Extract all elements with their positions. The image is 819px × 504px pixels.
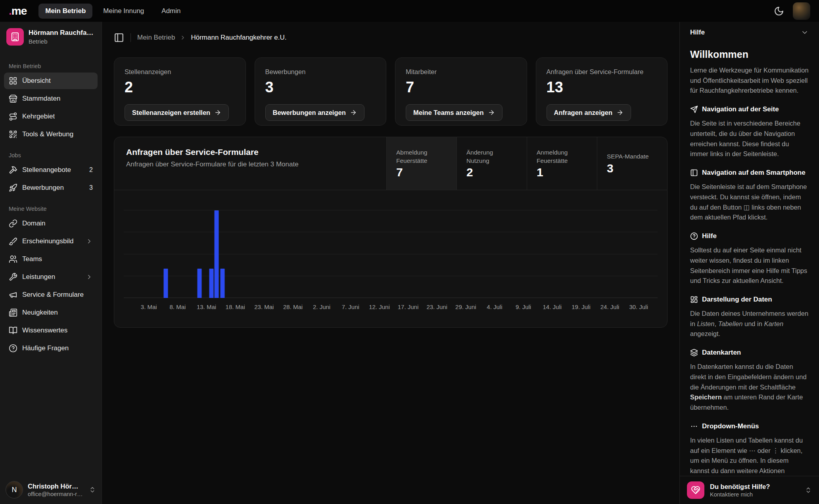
logo-text: me: [12, 5, 27, 17]
help-section-darstellung-der-daten: Darstellung der Daten Die Daten deines U…: [690, 296, 809, 339]
sidebar-section-jobs: Jobs Stellenangebote 2 Bewerbungen 3: [0, 152, 102, 196]
book-open-icon: [9, 326, 17, 335]
sidebar-toggle-panel-left-icon[interactable]: [114, 32, 124, 43]
company-meta: Hörmann Rauchfangkehre... Betrieb: [29, 29, 95, 45]
contact-support-button[interactable]: Du benötigst Hilfe? Kontaktiere mich: [680, 476, 819, 504]
sidebar-item-label: Stellenangebote: [22, 166, 71, 174]
sidebar-item-bewerbungen[interactable]: Bewerbungen 3: [4, 179, 98, 196]
chart-x-tick: 28. Mai: [283, 304, 303, 310]
users-icon: [9, 255, 17, 263]
sidebar-item-stammdaten[interactable]: Stammdaten: [4, 90, 98, 107]
chart-bar-12-mai: [198, 269, 202, 298]
user-menu[interactable]: N Christoph Hörmann B.A. office@hoermann…: [0, 475, 102, 504]
sidebar-item-häufige-fragen[interactable]: Häufige Fragen: [4, 340, 98, 357]
stat-card-label: Stellenanzeigen: [125, 68, 235, 76]
chart-tab-anmeldung-feuerstätte[interactable]: Anmeldung Feuerstätte 1: [527, 137, 597, 190]
panel-left-icon: [690, 169, 698, 177]
stat-card-value: 7: [406, 80, 516, 95]
sidebar-item-tools-werbung[interactable]: Tools & Werbung: [4, 126, 98, 143]
top-tab-meine-innung[interactable]: Meine Innung: [96, 4, 151, 19]
chart-x-tick: 13. Mai: [197, 304, 216, 310]
user-avatar-initial: N: [6, 481, 23, 498]
help-panel-header: Hilfe: [690, 22, 809, 43]
sidebar-item-label: Stammdaten: [22, 95, 60, 103]
chart-x-tick: 23. Mai: [254, 304, 274, 310]
user-email: office@hoermann-rfk.at: [28, 491, 84, 497]
megaphone-icon: [9, 290, 17, 299]
chart-x-tick: 14. Juli: [543, 304, 562, 310]
chart-baseline: [124, 298, 658, 298]
help-section-title-text: Datenkarten: [702, 349, 741, 357]
help-section-hilfe: Hilfe Solltest du auf einer Seite einmal…: [690, 232, 809, 286]
stat-card-button-bewerbungen-anzeigen[interactable]: Bewerbungen anzeigen: [265, 104, 364, 121]
help-section-dropdown-menüs: Dropdown-Menüs In vielen Listen und Tabe…: [690, 422, 809, 476]
layout-dashboard-icon: [690, 296, 698, 304]
chevrons-up-down-icon[interactable]: [89, 486, 96, 493]
stat-card-button-label: Stellenanzeigen erstellen: [132, 109, 210, 116]
help-section-text: Solltest du auf einer Seite einmal nicht…: [690, 245, 809, 286]
stat-card-mitarbeiter: Mitarbeiter 7 Meine Teams anzeigen: [395, 57, 527, 126]
breadcrumb-parent[interactable]: Mein Betrieb: [137, 34, 175, 42]
top-tab-mein-betrieb[interactable]: Mein Betrieb: [38, 4, 92, 19]
stat-cards-row: Stellenanzeigen 2 Stellenanzeigen erstel…: [114, 57, 667, 126]
chart-tab-abmeldung-feuerstätte[interactable]: Abmeldung Feuerstätte 7: [386, 137, 456, 190]
help-section-title: Darstellung der Daten: [690, 296, 809, 304]
sidebar-item-kehrgebiet[interactable]: Kehrgebiet: [4, 108, 98, 125]
chart-x-tick: 29. Juni: [455, 304, 476, 310]
stat-card-button-label: Meine Teams anzeigen: [413, 109, 484, 116]
help-section-text: Die Seite ist in verschiedene Bereiche u…: [690, 118, 809, 159]
circle-help-icon: [690, 232, 698, 240]
chevron-down-icon[interactable]: [801, 29, 809, 36]
top-tabs: Mein BetriebMeine InnungAdmin: [38, 4, 187, 19]
chart-tab-änderung-nutzung[interactable]: Änderung Nutzung 2: [456, 137, 527, 190]
help-section-title-text: Darstellung der Daten: [702, 296, 772, 304]
help-section-text: In vielen Listen und Tabellen kannst du …: [690, 435, 809, 476]
sidebar-item-badge: 3: [89, 184, 93, 191]
breadcrumb-divider: [130, 33, 131, 42]
app-logo[interactable]: .me: [9, 5, 27, 17]
company-switcher[interactable]: Hörmann Rauchfangkehre... Betrieb: [0, 22, 102, 51]
chart-tab-label: Abmeldung Feuerstätte: [396, 149, 447, 164]
arrow-right-icon: [616, 109, 623, 116]
help-section-text: Die Daten deines Unternehmens werden in …: [690, 309, 809, 339]
sidebar-item-label: Bewerbungen: [22, 184, 64, 192]
sidebar-item-service-formulare[interactable]: Service & Formulare: [4, 286, 98, 303]
sidebar-item-erscheinungsbild[interactable]: Erscheinungsbild: [4, 233, 98, 250]
stat-card-button-meine-teams-anzeigen[interactable]: Meine Teams anzeigen: [406, 104, 503, 121]
stat-card-anfragen-über-service-formulare: Anfragen über Service-Formulare 13 Anfra…: [536, 57, 668, 126]
sidebar-item-wissenswertes[interactable]: Wissenswertes: [4, 322, 98, 339]
arrow-right-icon: [214, 109, 221, 116]
chart-tab-label: Änderung Nutzung: [466, 149, 517, 164]
dark-mode-toggle-moon-icon[interactable]: [774, 6, 784, 16]
breadcrumb: Mein Betrieb Hörmann Rauchfangkehrer e.U…: [114, 22, 667, 51]
stat-card-button-stellenanzeigen-erstellen[interactable]: Stellenanzeigen erstellen: [125, 104, 229, 121]
help-section-navigation-auf-dem-smartphone: Navigation auf dem Smartphone Die Seiten…: [690, 169, 809, 223]
chart-x-tick: 23. Juni: [426, 304, 447, 310]
chart-plot-area: [124, 210, 658, 298]
sidebar-item-badge: 2: [89, 166, 93, 174]
sidebar-item-übersicht[interactable]: Übersicht: [4, 73, 98, 89]
chart-header: Anfragen über Service-Formulare Anfragen…: [114, 137, 667, 190]
circle-help-icon: [9, 344, 17, 353]
chart-tab-sepa-mandate[interactable]: SEPA-Mandate 3: [597, 137, 667, 190]
top-tab-admin[interactable]: Admin: [155, 4, 187, 19]
stat-card-value: 13: [547, 80, 657, 95]
sidebar-item-domain[interactable]: Domain: [4, 215, 98, 232]
brush-icon: [9, 237, 17, 246]
user-avatar[interactable]: [793, 2, 810, 20]
chart-tab-value: 1: [537, 166, 587, 178]
help-panel-title: Hilfe: [690, 29, 705, 36]
sidebar-item-label: Kehrgebiet: [22, 113, 55, 120]
sidebar-item-neuigkeiten[interactable]: Neuigkeiten: [4, 304, 98, 321]
sidebar-item-label: Übersicht: [22, 77, 51, 85]
sidebar-item-teams[interactable]: Teams: [4, 251, 98, 267]
stat-card-button-anfragen-anzeigen[interactable]: Anfragen anzeigen: [547, 104, 631, 121]
chevron-right-icon: [180, 34, 186, 41]
main-content: Mein Betrieb Hörmann Rauchfangkehrer e.U…: [102, 22, 679, 504]
help-section-title: Navigation auf der Seite: [690, 105, 809, 113]
sidebar-item-leistungen[interactable]: Leistungen: [4, 269, 98, 285]
user-meta: Christoph Hörmann B.A. office@hoermann-r…: [28, 483, 84, 497]
chart-tab-label: SEPA-Mandate: [607, 153, 658, 160]
help-section-title: Hilfe: [690, 232, 809, 240]
sidebar-item-stellenangebote[interactable]: Stellenangebote 2: [4, 162, 98, 178]
